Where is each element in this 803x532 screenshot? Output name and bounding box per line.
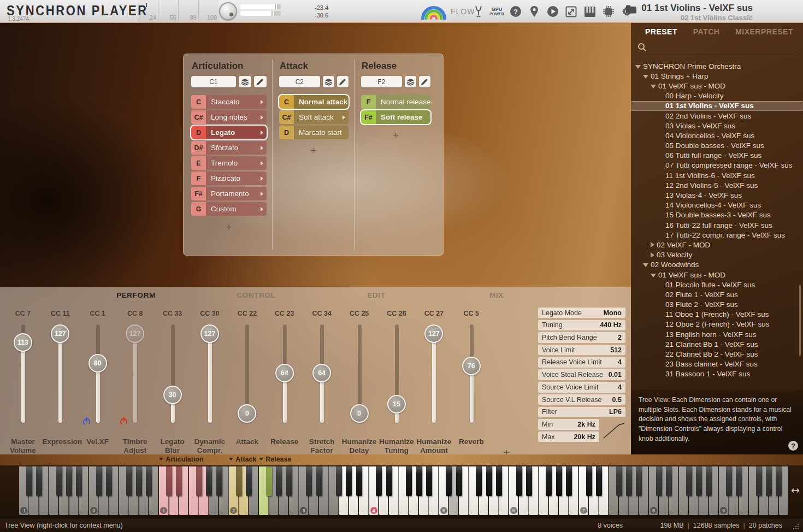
black-key[interactable]: [596, 466, 602, 496]
black-key[interactable]: [496, 466, 502, 496]
black-key[interactable]: [486, 466, 492, 496]
black-key[interactable]: [206, 466, 212, 496]
velocity-crossfade-display[interactable]: 24 56 89 109: [138, 0, 219, 23]
keyswitch-slot-portamento[interactable]: F#Portamento: [191, 187, 267, 200]
black-key[interactable]: [546, 466, 552, 496]
black-key[interactable]: [246, 466, 252, 496]
keyboard-scroll-icon[interactable]: ↔: [791, 484, 800, 496]
tree-item[interactable]: 02 Woodwinds: [631, 260, 803, 270]
black-key[interactable]: [406, 466, 412, 496]
tree-expand-arrow[interactable]: [651, 242, 654, 247]
tree-item[interactable]: 13 English horn - VelXF sus: [631, 329, 803, 339]
add-slot-button[interactable]: +: [279, 146, 349, 156]
tree-item[interactable]: 17 Tutti-22 compr. range - VelXF sus: [631, 230, 803, 240]
tab-mixerpreset[interactable]: MIXERPRESET: [735, 27, 793, 36]
octave-key-selector[interactable]: C2: [279, 76, 320, 87]
black-key[interactable]: [776, 466, 782, 496]
tree-item[interactable]: 15 Double basses-3 - VelXF sus: [631, 210, 803, 220]
param-row-pitch-bend-range[interactable]: Pitch Bend Range2: [538, 332, 625, 342]
tab-mix[interactable]: MIX: [436, 291, 557, 299]
tab-patch[interactable]: PATCH: [693, 27, 720, 36]
tree-item[interactable]: 03 Flute 2 - VelXF sus: [631, 300, 803, 310]
keyswitch-slot-soft-release[interactable]: F#Soft release: [361, 110, 430, 124]
black-key[interactable]: [56, 466, 62, 496]
black-key[interactable]: [556, 466, 562, 496]
add-slot-button[interactable]: +: [191, 222, 267, 232]
black-key[interactable]: [586, 466, 592, 496]
tree-expand-arrow[interactable]: [643, 75, 648, 79]
edit-pencil-icon[interactable]: [254, 76, 267, 87]
power-toggle-on[interactable]: [82, 417, 91, 426]
tree-item[interactable]: 01 VelXF sus - MOD: [631, 81, 803, 91]
black-key[interactable]: [736, 466, 742, 496]
tree-item[interactable]: 11 Oboe 1 (French) - VelXF sus: [631, 310, 803, 320]
tab-control[interactable]: CONTROL: [196, 291, 316, 299]
black-key[interactable]: [106, 466, 112, 496]
layers-icon[interactable]: [405, 76, 416, 87]
black-key[interactable]: [196, 466, 202, 496]
param-row-source-v-l-release[interactable]: Source V.L Release0.5: [538, 394, 625, 405]
cpu-chip-icon[interactable]: [602, 5, 615, 18]
tree-item[interactable]: 21 Clarinet Bb 1 - VelXF sus: [631, 339, 803, 349]
loaded-preset-header[interactable]: 01 1st Violins - VelXF sus 02 1st Violin…: [625, 3, 753, 22]
tree-item[interactable]: 04 Violoncellos - VelXF sus: [631, 131, 803, 140]
range-label-articulation[interactable]: Articulation: [159, 456, 203, 463]
black-key[interactable]: [286, 466, 292, 496]
slider-knob[interactable]: 127: [200, 324, 219, 343]
slider-track-fill[interactable]: [58, 332, 62, 423]
edit-pencil-icon[interactable]: [419, 76, 430, 87]
tree-item[interactable]: 13 Violas-4 - VelXF sus: [631, 190, 803, 200]
black-key[interactable]: [636, 466, 642, 496]
tree-item[interactable]: 12 2nd Violins-5 - VelXF sus: [631, 180, 803, 190]
add-slot-button[interactable]: +: [361, 131, 430, 140]
keyswitch-slot-tremolo[interactable]: ETremolo: [191, 156, 267, 170]
black-key[interactable]: [276, 466, 282, 496]
gpu-power-icon[interactable]: GPUPOWER: [491, 5, 503, 18]
tree-item[interactable]: 14 Violoncellos-4 - VelXF sus: [631, 200, 803, 210]
resize-window-icon[interactable]: [565, 5, 577, 18]
piano-keyboard[interactable]: -10123456789: [19, 466, 790, 516]
black-key[interactable]: [666, 466, 672, 496]
black-key[interactable]: [476, 466, 482, 496]
layers-icon[interactable]: [323, 76, 334, 87]
slider-knob[interactable]: 127: [126, 324, 144, 343]
param-row-release-voice-limit[interactable]: Release Voice Limit4: [538, 357, 625, 368]
tree-scrollbar[interactable]: [799, 285, 801, 356]
slider-knob[interactable]: 15: [387, 395, 406, 413]
tree-item[interactable]: 31 Bassoon 1 - VelXF sus: [631, 369, 803, 379]
slider-knob[interactable]: 76: [462, 357, 481, 375]
black-key[interactable]: [726, 466, 732, 496]
master-volume-knob[interactable]: [219, 2, 237, 20]
param-row-filter[interactable]: FilterLP6: [538, 407, 625, 417]
help-icon[interactable]: ?: [509, 5, 522, 18]
tree-item[interactable]: 02 2nd Violins - VelXF sus: [631, 111, 803, 121]
tree-item[interactable]: 03 Violas - VelXF sus: [631, 121, 803, 131]
tree-item[interactable]: 03 Velocity: [631, 250, 803, 260]
tuning-fork-icon[interactable]: [472, 5, 485, 18]
black-key[interactable]: [516, 466, 522, 496]
black-key[interactable]: [426, 466, 432, 496]
search-icon[interactable]: [637, 43, 647, 54]
black-key[interactable]: [446, 466, 452, 496]
black-key[interactable]: [376, 466, 382, 496]
tab-preset[interactable]: PRESET: [645, 27, 677, 36]
black-key[interactable]: [356, 466, 362, 496]
black-key[interactable]: [76, 466, 82, 496]
tree-item[interactable]: SYNCHRON Prime Orchestra: [631, 61, 803, 71]
black-key[interactable]: [526, 466, 532, 496]
keyswitch-slot-sforzato[interactable]: D#Sforzato: [191, 141, 267, 155]
octave-key-selector[interactable]: C1: [191, 76, 236, 87]
keyswitch-slot-custom[interactable]: GCustom: [191, 202, 267, 216]
black-key[interactable]: [36, 466, 42, 496]
tree-expand-arrow[interactable]: [651, 85, 656, 88]
play-icon[interactable]: [546, 5, 559, 18]
slider-knob[interactable]: 64: [275, 364, 294, 382]
black-key[interactable]: [146, 466, 152, 496]
tree-item[interactable]: 07 Tutti compressed range - VelXF sus: [631, 161, 803, 170]
sidebar-help-icon[interactable]: ?: [788, 441, 798, 451]
black-key[interactable]: [566, 466, 572, 496]
black-key[interactable]: [756, 466, 762, 496]
slider-track[interactable]: [358, 324, 362, 413]
black-key[interactable]: [456, 466, 462, 496]
black-key[interactable]: [26, 466, 32, 496]
